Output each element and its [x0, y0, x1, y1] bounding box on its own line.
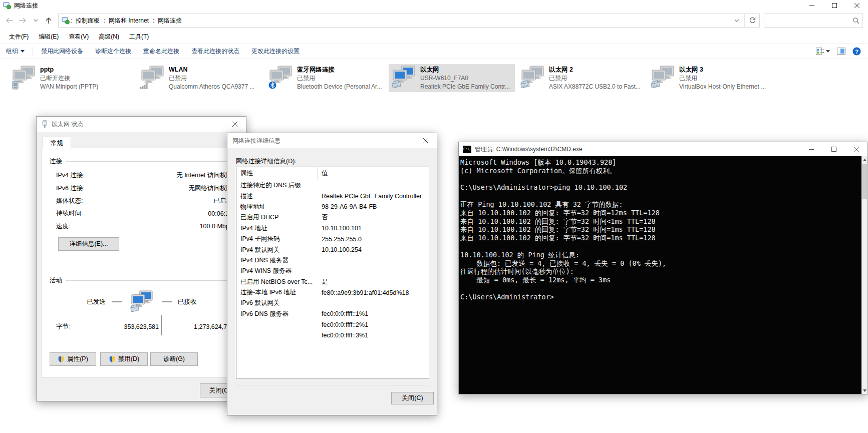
refresh-button[interactable]: [744, 14, 759, 27]
menu-item[interactable]: 文件(F): [4, 31, 34, 43]
menu-item[interactable]: 工具(T): [124, 31, 154, 43]
toolbar-command[interactable]: 查看此连接的状态: [185, 44, 245, 59]
value-cell: 255.255.255.0: [318, 236, 429, 243]
connection-status-row: IPv6 连接: 无网络访问权限: [56, 182, 232, 194]
breadcrumb-item[interactable]: 网络连接: [152, 17, 185, 25]
menu-bar: 文件(F)编辑(E)查看(V)高级(N)工具(T): [0, 30, 868, 43]
property-cell: 连接特定的 DNS 后缀: [236, 181, 318, 190]
adapter-item[interactable]: 以太网 USR-W610_F7A0 Realtek PCIe GbE Famil…: [389, 64, 515, 92]
recent-locations-dropdown[interactable]: [29, 14, 42, 28]
adapter-device: Qualcomm Atheros QCA9377 ...: [169, 83, 254, 91]
row-label: 媒体状态:: [56, 197, 83, 205]
diagnose-button[interactable]: 诊断(G): [150, 352, 198, 366]
scrollbar[interactable]: [861, 156, 867, 394]
details-close-button[interactable]: 关闭(C): [391, 392, 434, 404]
console-line: Microsoft Windows [版本 10.0.19043.928]: [460, 158, 860, 167]
help-button[interactable]: ?: [852, 47, 861, 56]
adapter-item[interactable]: pptp 已断开连接 WAN Miniport (PPTP): [9, 64, 135, 92]
toolbar-command[interactable]: 更改此连接的设置: [245, 44, 306, 59]
value-cell: fec0:0:0:ffff::2%1: [318, 321, 429, 328]
menu-item[interactable]: 编辑(E): [34, 31, 64, 43]
adapter-item[interactable]: 蓝牙网络连接 已禁用 Bluetooth Device (Personal Ar…: [265, 64, 392, 92]
bytes-sent-value: 353,623,581: [86, 323, 159, 330]
tab-general[interactable]: 常规: [43, 137, 71, 150]
search-icon[interactable]: [849, 17, 862, 24]
adapter-device: VirtualBox Host-Only Ethernet ...: [679, 83, 766, 91]
preview-pane-button[interactable]: [837, 48, 845, 55]
details-table[interactable]: 属性 值 连接特定的 DNS 后缀 描述 Realtek PCIe GbE Fa…: [236, 167, 429, 378]
toolbar-command[interactable]: 诊断这个连接: [89, 44, 137, 59]
table-row: IPv4 默认网关 10.10.100.254: [236, 244, 429, 255]
adapter-device: Realtek PCIe GbE Family Contr...: [420, 83, 510, 91]
view-options-button[interactable]: [816, 48, 830, 55]
adapter-device: ASIX AX88772C USB2.0 to Fast...: [549, 83, 641, 91]
connection-status-row: 持续时间: 00:06:12: [56, 207, 232, 220]
breadcrumb-item[interactable]: 控制面板: [70, 17, 103, 25]
row-label: 持续时间:: [56, 209, 83, 218]
scrollbar-thumb[interactable]: [862, 164, 867, 199]
scroll-up-icon[interactable]: [861, 156, 867, 163]
close-button[interactable]: [845, 0, 868, 11]
console-line: 来自 10.10.100.102 的回复: 字节=32 时间=1ms TTL=1…: [460, 234, 860, 242]
value-cell: 10.10.100.254: [318, 246, 429, 253]
adapter-icon: [11, 66, 37, 91]
command-toolbar: 组织 禁用此网络设备诊断这个连接重命名此连接查看此连接的状态更改此连接的设置: [0, 43, 868, 59]
property-cell: IPv6 默认网关: [236, 299, 318, 307]
property-cell: 已启用 DHCP: [236, 213, 318, 222]
property-cell: IPv4 DNS 服务器: [236, 256, 318, 265]
row-value: 无 Internet 访问权限: [176, 171, 232, 180]
table-row: fec0:0:0:ffff::2%1: [236, 319, 429, 330]
organize-button[interactable]: 组织: [0, 44, 31, 59]
table-row: 描述 Realtek PCIe GbE Family Controller: [236, 191, 429, 201]
console-line: C:\Users\Administrator>: [460, 293, 860, 301]
close-icon[interactable]: [414, 134, 437, 148]
value-cell: 10.10.100.101: [318, 225, 429, 232]
disable-button[interactable]: 禁用(D): [100, 352, 148, 366]
adapter-item[interactable]: 以太网 2 已禁用 ASIX AX88772C USB2.0 to Fast..…: [517, 64, 644, 92]
scroll-down-icon[interactable]: [861, 387, 867, 394]
address-dropdown[interactable]: [729, 14, 744, 27]
console-output[interactable]: Microsoft Windows [版本 10.0.19043.928](c)…: [459, 156, 867, 394]
value-cell: 98-29-A6-9A-B4-FB: [318, 203, 429, 210]
row-label: 速度:: [56, 222, 70, 231]
details-button[interactable]: 详细信息(E)...: [58, 237, 119, 251]
properties-button[interactable]: 属性(P): [50, 352, 96, 366]
connection-status-row: 速度: 100.0 Mbps: [56, 220, 232, 233]
breadcrumb[interactable]: 控制面板 网络和 Internet 网络连接: [58, 14, 760, 28]
adapter-icon: [268, 66, 294, 91]
breadcrumb-item[interactable]: 网络和 Internet: [103, 17, 152, 25]
value-cell: 是: [318, 278, 429, 286]
adapter-device: Bluetooth Device (Personal Ar...: [297, 83, 382, 91]
console-line: [460, 192, 860, 200]
search-input[interactable]: [764, 15, 849, 27]
menu-item[interactable]: 查看(V): [64, 31, 94, 43]
close-button[interactable]: [845, 142, 867, 156]
back-button[interactable]: [3, 14, 16, 28]
value-cell: fec0:0:0:ffff::3%1: [318, 332, 429, 339]
adapter-item[interactable]: WLAN 已禁用 Qualcomm Atheros QCA9377 ...: [137, 64, 263, 92]
minimize-button[interactable]: [800, 142, 822, 156]
toolbar-command[interactable]: 禁用此网络设备: [35, 44, 89, 59]
toolbar-command[interactable]: 重命名此连接: [137, 44, 185, 59]
up-button[interactable]: [42, 14, 55, 28]
minimize-button[interactable]: [800, 0, 823, 11]
menu-item[interactable]: 高级(N): [94, 31, 124, 43]
console-line: 来自 10.10.100.102 的回复: 字节=32 时间=1ms TTL=1…: [460, 225, 860, 234]
adapter-icon: [391, 66, 417, 91]
table-row: 物理地址 98-29-A6-9A-B4-FB: [236, 202, 429, 212]
close-icon[interactable]: [223, 117, 246, 132]
connection-details-dialog: 网络连接详细信息 网络连接详细信息(D): 属性 值 连接特定的 DNS 后缀 …: [227, 133, 437, 415]
details-list-label: 网络连接详细信息(D):: [236, 157, 297, 166]
modem-icon: [13, 81, 18, 89]
maximize-button[interactable]: [823, 0, 845, 11]
address-bar: 控制面板 网络和 Internet 网络连接: [0, 11, 868, 30]
adapter-device: WAN Miniport (PPTP): [40, 83, 98, 91]
bytes-received-value: 1,273,624,725: [159, 323, 234, 330]
general-tab-panel: 连接 IPv4 连接: 无 Internet 访问权限 IPv6 连接: 无网络…: [42, 148, 242, 378]
property-cell: 已启用 NetBIOS over Tc...: [236, 278, 318, 286]
property-cell: 物理地址: [236, 203, 318, 211]
maximize-button[interactable]: [822, 142, 845, 156]
table-row: 连接特定的 DNS 后缀: [236, 180, 429, 191]
adapter-item[interactable]: 以太网 3 已禁用 VirtualBox Host-Only Ethernet …: [648, 64, 774, 92]
forward-button[interactable]: [16, 14, 29, 28]
